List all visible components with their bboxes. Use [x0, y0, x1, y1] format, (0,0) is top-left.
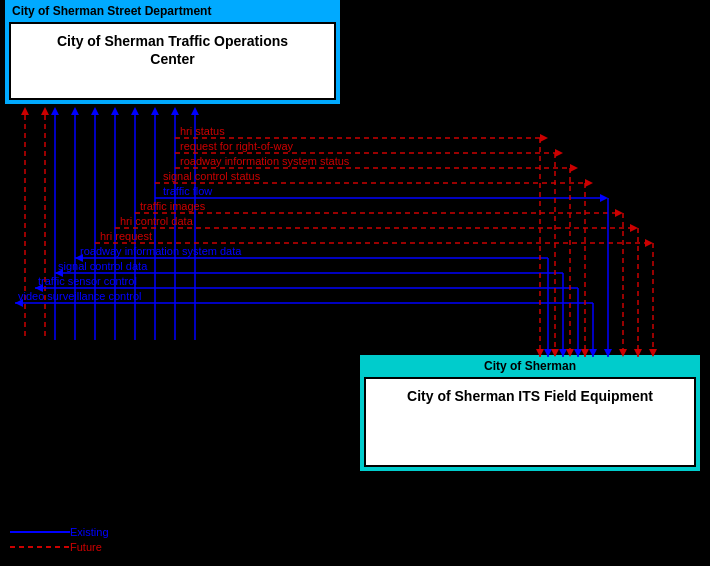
- svg-marker-69: [649, 349, 657, 357]
- legend: Existing Future: [10, 526, 109, 556]
- svg-marker-20: [585, 179, 593, 187]
- svg-marker-26: [615, 209, 623, 217]
- svg-marker-72: [91, 107, 99, 115]
- svg-marker-61: [566, 349, 574, 357]
- svg-marker-78: [21, 107, 29, 115]
- legend-existing-label: Existing: [70, 526, 109, 538]
- svg-text:traffic images: traffic images: [140, 200, 206, 212]
- svg-marker-67: [634, 349, 642, 357]
- legend-future-label: Future: [70, 541, 102, 553]
- svg-marker-53: [589, 349, 597, 357]
- svg-marker-77: [191, 107, 199, 115]
- legend-future: Future: [10, 541, 109, 553]
- svg-marker-29: [630, 224, 638, 232]
- svg-marker-74: [131, 107, 139, 115]
- svg-marker-57: [536, 349, 544, 357]
- svg-text:hri status: hri status: [180, 125, 225, 137]
- svg-text:hri request: hri request: [100, 230, 152, 242]
- svg-marker-65: [619, 349, 627, 357]
- svg-text:signal control status: signal control status: [163, 170, 261, 182]
- svg-marker-76: [171, 107, 179, 115]
- svg-text:roadway information system dat: roadway information system data: [80, 245, 242, 257]
- svg-marker-17: [570, 164, 578, 172]
- svg-marker-47: [544, 349, 552, 357]
- svg-marker-63: [581, 349, 589, 357]
- svg-marker-71: [71, 107, 79, 115]
- svg-marker-73: [111, 107, 119, 115]
- svg-marker-51: [574, 349, 582, 357]
- svg-marker-79: [41, 107, 49, 115]
- diagram-svg: hri status request for right-of-way road…: [0, 0, 710, 566]
- svg-marker-32: [645, 239, 653, 247]
- svg-text:request for right-of-way: request for right-of-way: [180, 140, 294, 152]
- svg-marker-49: [559, 349, 567, 357]
- svg-text:roadway information system sta: roadway information system status: [180, 155, 350, 167]
- svg-text:signal control data: signal control data: [58, 260, 148, 272]
- svg-marker-14: [555, 149, 563, 157]
- svg-marker-70: [51, 107, 59, 115]
- svg-text:video surveillance control: video surveillance control: [18, 290, 142, 302]
- svg-marker-75: [151, 107, 159, 115]
- svg-text:traffic flow: traffic flow: [163, 185, 212, 197]
- legend-existing-line-svg: [10, 527, 70, 537]
- legend-existing: Existing: [10, 526, 109, 538]
- svg-text:hri control data: hri control data: [120, 215, 194, 227]
- svg-marker-55: [604, 349, 612, 357]
- svg-marker-23: [600, 194, 608, 202]
- svg-marker-59: [551, 349, 559, 357]
- legend-future-line-svg: [10, 542, 70, 552]
- svg-marker-11: [540, 134, 548, 142]
- svg-text:traffic sensor control: traffic sensor control: [38, 275, 137, 287]
